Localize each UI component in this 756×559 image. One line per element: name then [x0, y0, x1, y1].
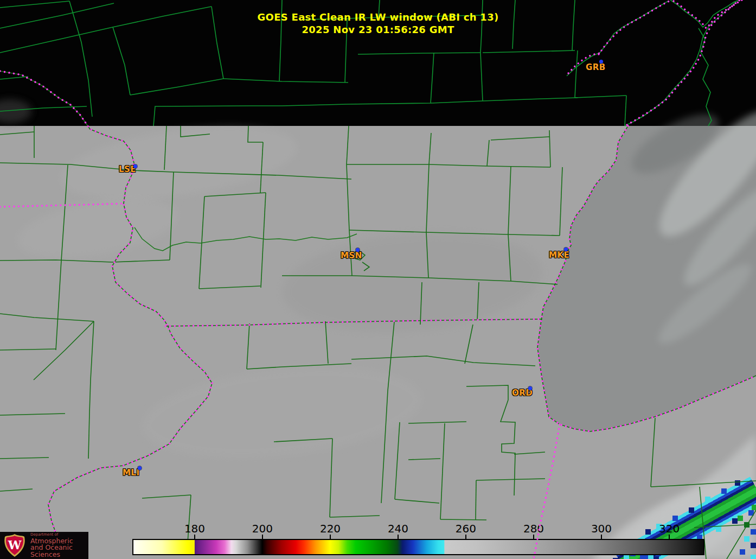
station-label-grb: GRB: [586, 63, 606, 72]
station-label-mke: MKE: [549, 251, 569, 259]
image-title: GOES East Clean IR LW window (ABI ch 13)…: [0, 11, 756, 36]
station-dot-msn: [356, 248, 360, 252]
map-border-overlay: [0, 0, 756, 559]
station-label-msn: MSN: [341, 252, 362, 260]
state-border-dotted-line: [534, 424, 560, 559]
title-line-2: 2025 Nov 23 01:56:26 GMT: [0, 23, 756, 36]
logo-dept-label: Department of: [30, 533, 88, 537]
state-border-dotted-line: [0, 71, 212, 559]
satellite-display: 180200220240260280300320 GOES East Clean…: [0, 0, 756, 559]
logo-name-line2: and Oceanic Sciences: [30, 544, 88, 558]
station-label-mli: MLI: [123, 469, 140, 477]
title-line-1: GOES East Clean IR LW window (ABI ch 13): [0, 11, 756, 23]
station-dot-mli: [138, 466, 142, 470]
station-dot-lse: [133, 164, 137, 168]
station-dot-mke: [564, 247, 568, 251]
station-dot-ord: [528, 386, 532, 390]
uw-aos-logo: W Department of Atmospheric and Oceanic …: [0, 532, 88, 559]
state-border-dotted-line: [165, 319, 542, 326]
station-label-ord: ORD: [512, 389, 533, 397]
state-border-dotted-line: [0, 204, 123, 207]
state-border-dotted-line: [537, 126, 756, 431]
station-dot-grb: [599, 60, 603, 63]
logo-text: Department of Atmospheric and Oceanic Sc…: [30, 533, 88, 558]
crest-letter: W: [8, 538, 22, 552]
uw-crest-icon: W: [3, 533, 26, 557]
